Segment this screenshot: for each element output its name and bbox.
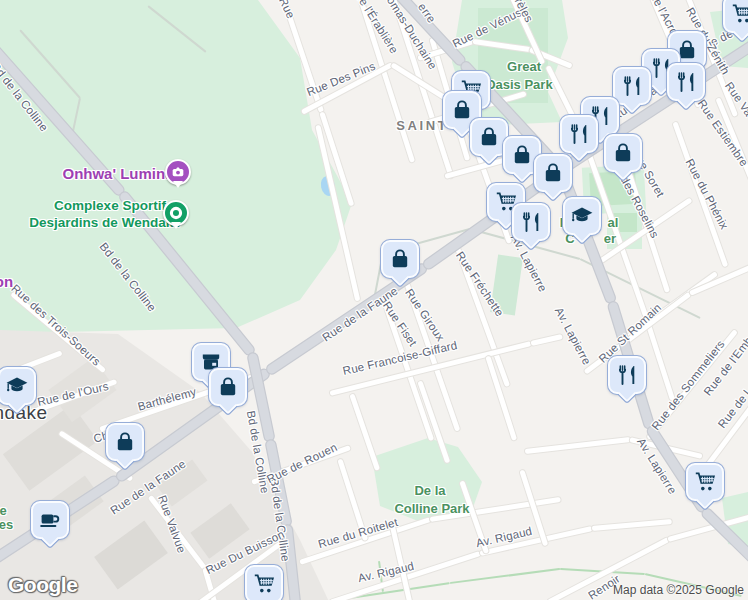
- bag-icon: [216, 375, 240, 399]
- map-attribution: Map data ©2025 Google: [613, 583, 744, 597]
- coffee-icon: [38, 508, 62, 532]
- bag-icon: [113, 430, 137, 454]
- poi-label-attraction: on: [0, 273, 13, 290]
- bag-pin[interactable]: [381, 240, 419, 278]
- graduation-icon: [570, 204, 594, 228]
- bag-icon: [541, 161, 565, 185]
- bag-pin[interactable]: [209, 368, 247, 406]
- bag-icon: [611, 141, 635, 165]
- coffee-pin[interactable]: [31, 501, 69, 539]
- restaurant-icon: [620, 74, 644, 98]
- restaurant-icon: [519, 210, 543, 234]
- map-canvas[interactable]: Google Map data ©2025 Google Bd de la Co…: [0, 0, 748, 600]
- camera-icon: [167, 161, 189, 183]
- bag-icon: [477, 125, 501, 149]
- park-label: al: [608, 215, 619, 230]
- restaurant-pin[interactable]: [613, 67, 651, 105]
- park-label: es: [0, 517, 13, 532]
- cart-icon: [693, 470, 717, 494]
- restaurant-pin[interactable]: [512, 203, 550, 241]
- poi-label-recreation: Complexe Sportif: [54, 198, 166, 213]
- graduation-pin[interactable]: [0, 367, 36, 405]
- restaurant-pin[interactable]: [667, 63, 705, 101]
- bag-pin[interactable]: [604, 134, 642, 172]
- bag-icon: [510, 143, 534, 167]
- park-label: De la: [414, 483, 445, 498]
- park-label: Great: [507, 59, 541, 74]
- onhwa-lumina-pin[interactable]: [165, 159, 191, 185]
- cart-pin[interactable]: [686, 463, 724, 501]
- bag-icon: [388, 247, 412, 271]
- bag-pin[interactable]: [534, 154, 572, 192]
- park-label: Colline Park: [394, 501, 469, 516]
- graduation-pin[interactable]: [563, 197, 601, 235]
- graduation-icon: [5, 374, 29, 398]
- restaurant-icon: [674, 70, 698, 94]
- complexe-sportif-pin[interactable]: [163, 200, 189, 226]
- google-logo[interactable]: Google: [8, 573, 77, 597]
- cart-pin[interactable]: [245, 565, 283, 600]
- park-label: er: [604, 231, 616, 246]
- cart-pin[interactable]: [723, 0, 748, 33]
- bag-icon: [450, 98, 474, 122]
- restaurant-icon: [615, 363, 639, 387]
- bag-pin[interactable]: [106, 423, 144, 461]
- park-label: Oasis Park: [485, 77, 552, 92]
- poi-label-attraction: Onhwa' Lumina: [62, 165, 173, 182]
- cart-icon: [252, 572, 276, 596]
- restaurant-pin[interactable]: [560, 115, 598, 153]
- restaurant-icon: [567, 122, 591, 146]
- dot-icon: [165, 202, 187, 224]
- cart-icon: [730, 2, 748, 26]
- restaurant-pin[interactable]: [608, 356, 646, 394]
- poi-label-recreation: Desjardins de Wendake: [29, 215, 180, 230]
- park-label: e: [0, 503, 7, 518]
